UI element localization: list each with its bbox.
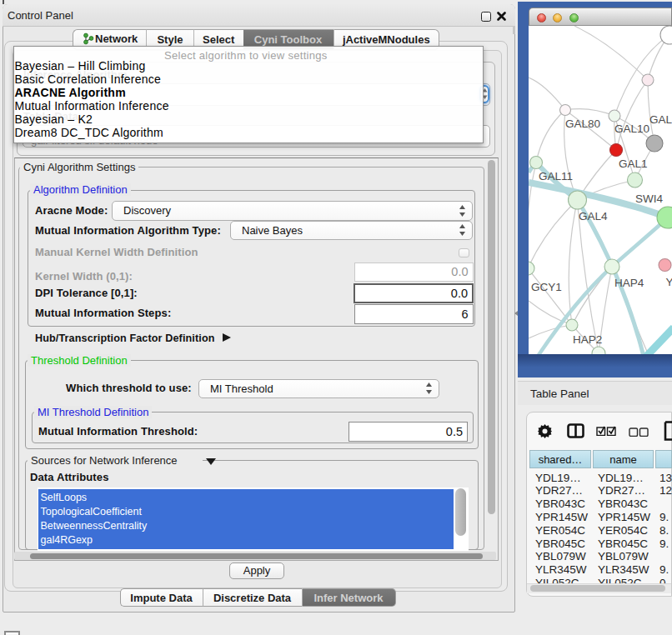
svg-text:GAL1: GAL1 <box>619 158 648 170</box>
svg-text:GAL11: GAL11 <box>539 170 573 182</box>
svg-text:HAP2: HAP2 <box>573 333 602 346</box>
svg-text:GAL80: GAL80 <box>565 118 600 130</box>
svg-text:GAL2: GAL2 <box>649 113 672 126</box>
svg-text:SWI4: SWI4 <box>635 192 663 205</box>
svg-text:GAL10: GAL10 <box>614 122 649 135</box>
svg-text:HAP4: HAP4 <box>614 277 644 289</box>
svg-text:GCY1: GCY1 <box>531 281 562 293</box>
svg-text:Y: Y <box>666 276 672 288</box>
svg-text:GAL4: GAL4 <box>579 210 608 222</box>
